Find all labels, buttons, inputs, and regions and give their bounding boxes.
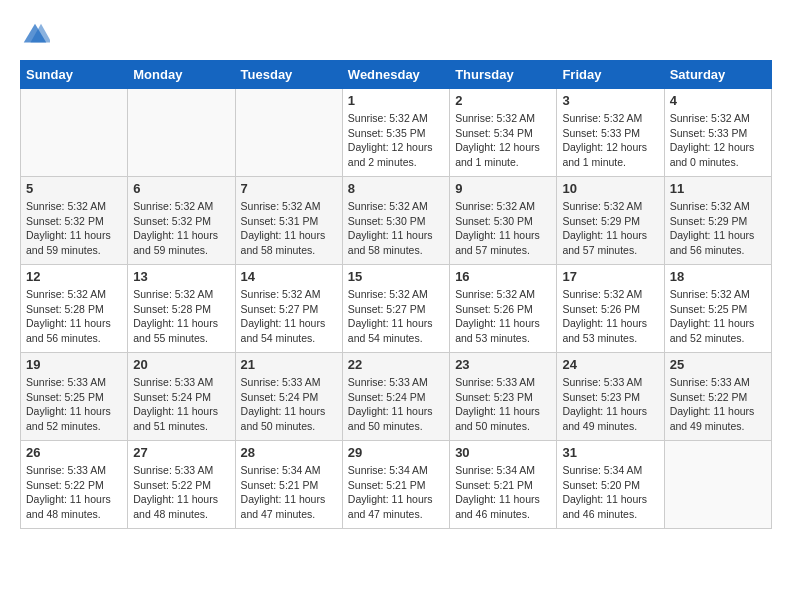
cell-info: Sunrise: 5:33 AM Sunset: 5:22 PM Dayligh… <box>670 375 766 434</box>
day-number: 30 <box>455 445 551 460</box>
calendar-cell: 2 Sunrise: 5:32 AM Sunset: 5:34 PM Dayli… <box>450 89 557 177</box>
calendar-body: 1 Sunrise: 5:32 AM Sunset: 5:35 PM Dayli… <box>21 89 772 529</box>
cell-info: Sunrise: 5:32 AM Sunset: 5:31 PM Dayligh… <box>241 199 337 258</box>
day-number: 12 <box>26 269 122 284</box>
day-number: 29 <box>348 445 444 460</box>
calendar-cell: 7 Sunrise: 5:32 AM Sunset: 5:31 PM Dayli… <box>235 177 342 265</box>
cell-info: Sunrise: 5:32 AM Sunset: 5:29 PM Dayligh… <box>670 199 766 258</box>
calendar-week-row: 26 Sunrise: 5:33 AM Sunset: 5:22 PM Dayl… <box>21 441 772 529</box>
cell-info: Sunrise: 5:32 AM Sunset: 5:33 PM Dayligh… <box>562 111 658 170</box>
day-number: 8 <box>348 181 444 196</box>
day-number: 16 <box>455 269 551 284</box>
cell-info: Sunrise: 5:32 AM Sunset: 5:28 PM Dayligh… <box>133 287 229 346</box>
calendar-cell <box>21 89 128 177</box>
calendar-cell: 5 Sunrise: 5:32 AM Sunset: 5:32 PM Dayli… <box>21 177 128 265</box>
cell-info: Sunrise: 5:32 AM Sunset: 5:26 PM Dayligh… <box>562 287 658 346</box>
cell-info: Sunrise: 5:32 AM Sunset: 5:27 PM Dayligh… <box>241 287 337 346</box>
calendar-cell: 28 Sunrise: 5:34 AM Sunset: 5:21 PM Dayl… <box>235 441 342 529</box>
cell-info: Sunrise: 5:34 AM Sunset: 5:21 PM Dayligh… <box>241 463 337 522</box>
calendar-week-row: 1 Sunrise: 5:32 AM Sunset: 5:35 PM Dayli… <box>21 89 772 177</box>
cell-info: Sunrise: 5:32 AM Sunset: 5:33 PM Dayligh… <box>670 111 766 170</box>
calendar-cell: 21 Sunrise: 5:33 AM Sunset: 5:24 PM Dayl… <box>235 353 342 441</box>
calendar-header: SundayMondayTuesdayWednesdayThursdayFrid… <box>21 61 772 89</box>
calendar-cell: 1 Sunrise: 5:32 AM Sunset: 5:35 PM Dayli… <box>342 89 449 177</box>
cell-info: Sunrise: 5:33 AM Sunset: 5:24 PM Dayligh… <box>241 375 337 434</box>
cell-info: Sunrise: 5:32 AM Sunset: 5:32 PM Dayligh… <box>133 199 229 258</box>
day-number: 5 <box>26 181 122 196</box>
calendar-cell: 13 Sunrise: 5:32 AM Sunset: 5:28 PM Dayl… <box>128 265 235 353</box>
calendar-cell: 12 Sunrise: 5:32 AM Sunset: 5:28 PM Dayl… <box>21 265 128 353</box>
cell-info: Sunrise: 5:33 AM Sunset: 5:24 PM Dayligh… <box>348 375 444 434</box>
day-number: 15 <box>348 269 444 284</box>
cell-info: Sunrise: 5:33 AM Sunset: 5:23 PM Dayligh… <box>562 375 658 434</box>
calendar-cell: 3 Sunrise: 5:32 AM Sunset: 5:33 PM Dayli… <box>557 89 664 177</box>
weekday-header: Tuesday <box>235 61 342 89</box>
day-number: 17 <box>562 269 658 284</box>
cell-info: Sunrise: 5:32 AM Sunset: 5:29 PM Dayligh… <box>562 199 658 258</box>
day-number: 18 <box>670 269 766 284</box>
day-number: 11 <box>670 181 766 196</box>
weekday-header: Thursday <box>450 61 557 89</box>
calendar-cell <box>128 89 235 177</box>
calendar-cell: 25 Sunrise: 5:33 AM Sunset: 5:22 PM Dayl… <box>664 353 771 441</box>
calendar-week-row: 5 Sunrise: 5:32 AM Sunset: 5:32 PM Dayli… <box>21 177 772 265</box>
weekday-header: Saturday <box>664 61 771 89</box>
day-number: 27 <box>133 445 229 460</box>
day-number: 31 <box>562 445 658 460</box>
cell-info: Sunrise: 5:32 AM Sunset: 5:35 PM Dayligh… <box>348 111 444 170</box>
calendar-cell: 20 Sunrise: 5:33 AM Sunset: 5:24 PM Dayl… <box>128 353 235 441</box>
day-number: 3 <box>562 93 658 108</box>
cell-info: Sunrise: 5:34 AM Sunset: 5:21 PM Dayligh… <box>348 463 444 522</box>
day-number: 20 <box>133 357 229 372</box>
cell-info: Sunrise: 5:32 AM Sunset: 5:30 PM Dayligh… <box>455 199 551 258</box>
day-number: 10 <box>562 181 658 196</box>
cell-info: Sunrise: 5:32 AM Sunset: 5:27 PM Dayligh… <box>348 287 444 346</box>
calendar-cell: 30 Sunrise: 5:34 AM Sunset: 5:21 PM Dayl… <box>450 441 557 529</box>
day-number: 19 <box>26 357 122 372</box>
calendar-cell: 18 Sunrise: 5:32 AM Sunset: 5:25 PM Dayl… <box>664 265 771 353</box>
calendar-week-row: 12 Sunrise: 5:32 AM Sunset: 5:28 PM Dayl… <box>21 265 772 353</box>
calendar-cell <box>235 89 342 177</box>
day-number: 1 <box>348 93 444 108</box>
weekday-header: Wednesday <box>342 61 449 89</box>
cell-info: Sunrise: 5:32 AM Sunset: 5:25 PM Dayligh… <box>670 287 766 346</box>
calendar-cell: 19 Sunrise: 5:33 AM Sunset: 5:25 PM Dayl… <box>21 353 128 441</box>
calendar-cell: 24 Sunrise: 5:33 AM Sunset: 5:23 PM Dayl… <box>557 353 664 441</box>
day-number: 9 <box>455 181 551 196</box>
calendar-table: SundayMondayTuesdayWednesdayThursdayFrid… <box>20 60 772 529</box>
day-number: 22 <box>348 357 444 372</box>
day-number: 13 <box>133 269 229 284</box>
calendar-week-row: 19 Sunrise: 5:33 AM Sunset: 5:25 PM Dayl… <box>21 353 772 441</box>
calendar-cell: 17 Sunrise: 5:32 AM Sunset: 5:26 PM Dayl… <box>557 265 664 353</box>
cell-info: Sunrise: 5:33 AM Sunset: 5:24 PM Dayligh… <box>133 375 229 434</box>
calendar-cell: 10 Sunrise: 5:32 AM Sunset: 5:29 PM Dayl… <box>557 177 664 265</box>
calendar-cell: 8 Sunrise: 5:32 AM Sunset: 5:30 PM Dayli… <box>342 177 449 265</box>
cell-info: Sunrise: 5:32 AM Sunset: 5:30 PM Dayligh… <box>348 199 444 258</box>
logo-icon <box>20 20 50 50</box>
cell-info: Sunrise: 5:33 AM Sunset: 5:22 PM Dayligh… <box>26 463 122 522</box>
calendar-cell: 16 Sunrise: 5:32 AM Sunset: 5:26 PM Dayl… <box>450 265 557 353</box>
calendar-cell: 29 Sunrise: 5:34 AM Sunset: 5:21 PM Dayl… <box>342 441 449 529</box>
cell-info: Sunrise: 5:32 AM Sunset: 5:28 PM Dayligh… <box>26 287 122 346</box>
day-number: 14 <box>241 269 337 284</box>
calendar-cell: 26 Sunrise: 5:33 AM Sunset: 5:22 PM Dayl… <box>21 441 128 529</box>
calendar-cell: 27 Sunrise: 5:33 AM Sunset: 5:22 PM Dayl… <box>128 441 235 529</box>
calendar-cell: 22 Sunrise: 5:33 AM Sunset: 5:24 PM Dayl… <box>342 353 449 441</box>
calendar-cell: 31 Sunrise: 5:34 AM Sunset: 5:20 PM Dayl… <box>557 441 664 529</box>
cell-info: Sunrise: 5:32 AM Sunset: 5:34 PM Dayligh… <box>455 111 551 170</box>
day-number: 2 <box>455 93 551 108</box>
calendar-cell: 23 Sunrise: 5:33 AM Sunset: 5:23 PM Dayl… <box>450 353 557 441</box>
calendar-cell: 14 Sunrise: 5:32 AM Sunset: 5:27 PM Dayl… <box>235 265 342 353</box>
cell-info: Sunrise: 5:33 AM Sunset: 5:22 PM Dayligh… <box>133 463 229 522</box>
cell-info: Sunrise: 5:34 AM Sunset: 5:20 PM Dayligh… <box>562 463 658 522</box>
calendar-cell: 11 Sunrise: 5:32 AM Sunset: 5:29 PM Dayl… <box>664 177 771 265</box>
day-number: 26 <box>26 445 122 460</box>
day-number: 23 <box>455 357 551 372</box>
day-number: 28 <box>241 445 337 460</box>
logo <box>20 20 54 50</box>
weekday-header: Monday <box>128 61 235 89</box>
page-header <box>20 20 772 50</box>
weekday-header: Friday <box>557 61 664 89</box>
weekday-header: Sunday <box>21 61 128 89</box>
cell-info: Sunrise: 5:32 AM Sunset: 5:32 PM Dayligh… <box>26 199 122 258</box>
